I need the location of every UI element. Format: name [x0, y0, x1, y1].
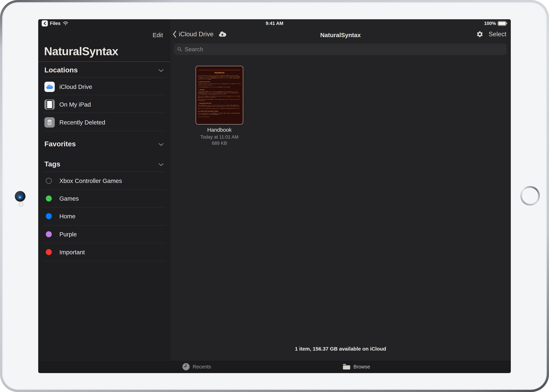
thumb-paragraph: While you're reading your book, you can …: [198, 113, 241, 115]
gear-icon[interactable]: [476, 31, 484, 38]
settings-mini-icon: ⚙: [198, 89, 199, 90]
search-icon: [177, 47, 182, 52]
favorites-section-header[interactable]: Favorites: [44, 140, 76, 148]
tag-label: Home: [59, 213, 75, 220]
tag-label: Purple: [59, 231, 77, 238]
tag-circle-icon: [46, 178, 52, 184]
tag-circle-icon: [46, 196, 52, 202]
edit-button[interactable]: Edit: [153, 32, 163, 39]
thumb-heading: ▦Lexical Color and Style Overlay: [198, 110, 241, 112]
tab-label: Recents: [193, 364, 211, 370]
status-right: 100%: [484, 21, 506, 26]
sidebar-item-label: iCloud Drive: [59, 83, 92, 90]
sidebar: Edit NaturalSyntax Locations: [38, 19, 170, 360]
divider: [43, 207, 166, 207]
divider: [43, 172, 166, 172]
divider: [43, 77, 166, 77]
status-bar: Files 9:41 AM 100%: [38, 19, 511, 28]
thumb-paragraph: Note: some of the customization options …: [198, 99, 241, 101]
thumb-paragraph: At the top left of the file browser, you…: [198, 83, 241, 86]
tag-label: Games: [59, 195, 79, 202]
tag-label: Important: [59, 249, 85, 256]
chevron-down-icon: [159, 163, 164, 166]
search-placeholder: Search: [185, 46, 203, 53]
icloud-drive-icon: [44, 82, 55, 92]
divider: [43, 189, 166, 190]
back-to-app-icon[interactable]: [42, 20, 48, 27]
thumb-paragraph: Pro tip: a number of people like to setu…: [198, 96, 241, 98]
ipad-device-frame: Edit NaturalSyntax Locations: [0, 0, 549, 392]
thumb-heading: ◉Discovery Service: [198, 81, 241, 83]
thumb-paragraph: Pro tip: If you only have your ePub file…: [198, 108, 241, 109]
item-count-status: 1 item, 156.37 GB available on iCloud: [170, 346, 511, 352]
battery-icon: [498, 21, 506, 26]
divider: [43, 243, 166, 243]
status-app-name: Files: [50, 21, 61, 26]
home-button[interactable]: [520, 186, 540, 206]
file-modified-date: Today at 11:01 AM: [196, 134, 243, 140]
tag-label: Xbox Controller Games: [59, 177, 122, 184]
tags-section-header[interactable]: Tags: [44, 160, 60, 168]
file-browser-pane: iCloud Drive NaturalSyntax: [170, 19, 511, 360]
thumb-heading: ↓Importing ePub Files: [198, 103, 241, 104]
ambient-sensor: [19, 202, 23, 207]
camera-lens: [17, 193, 23, 199]
thumb-paragraph: At the top right of both the file browse…: [198, 91, 241, 95]
folder-icon: [342, 364, 351, 370]
file-name: Handbook: [196, 127, 243, 133]
status-time: 9:41 AM: [266, 21, 283, 26]
tab-browse[interactable]: Browse: [342, 364, 370, 370]
divider: [43, 261, 166, 261]
tab-bar: Recents Browse: [38, 360, 511, 373]
thumb-paragraph: You can import your own ePub files into …: [198, 105, 241, 107]
clock-icon: [182, 363, 190, 371]
sidebar-item-label: On My iPad: [59, 101, 91, 108]
front-camera-icon: [15, 191, 25, 202]
import-mini-icon: ↓: [198, 103, 199, 104]
divider: [43, 225, 166, 225]
thumb-doc-title: Handbook: [198, 71, 241, 74]
thumb-heading: ⚙Settings: [198, 89, 241, 91]
tag-circle-icon: [46, 213, 52, 219]
thumb-paragraph: Welcome to Natural Syntax, within it you…: [198, 75, 241, 80]
status-left: Files: [42, 20, 68, 27]
chevron-down-icon: [159, 69, 164, 72]
folder-title: NaturalSyntax: [170, 32, 511, 39]
divider: [43, 95, 166, 95]
select-button[interactable]: Select: [489, 31, 506, 38]
sidebar-item-label: Recently Deleted: [59, 119, 105, 126]
chevron-down-icon: [159, 143, 164, 146]
nav-actions: Select: [476, 31, 506, 38]
file-size: 689 KB: [196, 141, 243, 146]
thumb-divider: [198, 70, 240, 70]
wifi-icon: [63, 21, 68, 26]
tab-recents[interactable]: Recents: [182, 363, 211, 371]
discovery-icon: ◉: [198, 81, 199, 82]
thumb-closing-line: Thanks for using Natural Syntax!: [198, 116, 241, 117]
search-input[interactable]: Search: [174, 43, 507, 55]
file-item-handbook[interactable]: Handbook Welcome to Natural Syntax, with…: [196, 66, 243, 146]
camera-glint: [19, 197, 21, 198]
sidebar-header-divider: [38, 61, 170, 62]
tag-circle-icon: [46, 249, 52, 255]
overlay-mini-icon: ▦: [198, 111, 199, 112]
thumb-paragraph: Please Note: The Discovery Service is on…: [198, 86, 241, 88]
ipad-icon: [44, 99, 55, 110]
screen: Edit NaturalSyntax Locations: [38, 19, 511, 373]
locations-section-header[interactable]: Locations: [44, 66, 78, 74]
battery-percent: 100%: [484, 21, 496, 26]
trash-icon: [44, 117, 55, 128]
app-title: NaturalSyntax: [44, 45, 118, 58]
tag-circle-icon: [46, 231, 52, 237]
tab-label: Browse: [354, 364, 370, 370]
ipad-bezel: Edit NaturalSyntax Locations: [2, 2, 547, 390]
file-thumbnail: Handbook Welcome to Natural Syntax, with…: [196, 66, 243, 125]
